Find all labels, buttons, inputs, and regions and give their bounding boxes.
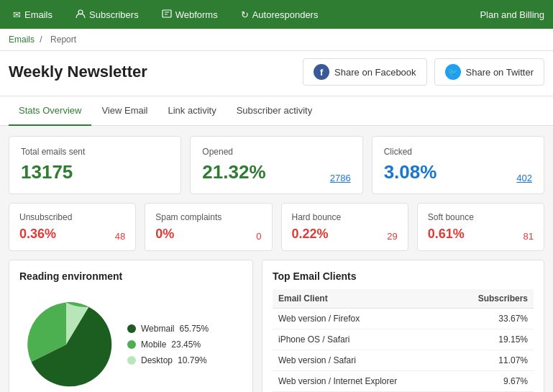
legend-mobile-label: Mobile <box>141 339 166 350</box>
share-facebook-button[interactable]: f Share on Facebook <box>303 58 426 86</box>
table-row: Web version / Safari 11.07% <box>273 350 534 371</box>
stat-unsubscribed: Unsubscribed 0.36% 48 <box>9 203 136 251</box>
subscriber-icon <box>76 9 86 21</box>
nav-subscribers[interactable]: Subscribers <box>71 6 143 24</box>
stat-total-emails-label: Total emails sent <box>21 147 169 157</box>
client-subscribers: 19.15% <box>450 329 534 350</box>
twitter-icon: 🐦 <box>445 64 461 80</box>
autoresponders-icon: ↻ <box>241 9 249 20</box>
facebook-icon: f <box>314 64 329 80</box>
page-header: Weekly Newsletter f Share on Facebook 🐦 … <box>0 51 553 96</box>
legend-dot-mobile <box>127 340 136 349</box>
client-name: Web version / Safari <box>273 350 450 371</box>
stat-total-emails: Total emails sent 13175 <box>9 136 181 194</box>
legend-webmail-value: 65.75% <box>179 324 209 334</box>
breadcrumb-report: Report <box>50 35 76 45</box>
stat-spam-value: 0% <box>155 227 174 242</box>
stat-opened-label: Opened <box>202 147 350 157</box>
nav-autoresponders[interactable]: ↻ Autoresponders <box>237 6 323 23</box>
svg-rect-1 <box>163 10 171 17</box>
client-subscribers: 11.07% <box>450 350 534 371</box>
reading-env-title: Reading environment <box>19 270 242 282</box>
table-row: Web version / Firefox 33.67% <box>273 309 534 329</box>
legend-desktop: Desktop 10.79% <box>127 355 209 365</box>
stat-hard-bounce-count: 29 <box>387 231 397 242</box>
stats-row-1: Total emails sent 13175 Opened 21.32% 27… <box>9 136 544 194</box>
tab-stats-overview[interactable]: Stats Overview <box>9 96 91 126</box>
tab-link-activity[interactable]: Link activity <box>157 96 226 126</box>
stat-spam: Spam complaints 0% 0 <box>145 203 272 251</box>
stat-clicked-value: 3.08% <box>384 161 437 183</box>
client-name: Web version / Firefox <box>273 309 450 329</box>
bottom-row: Reading environment Webmail 65 <box>9 260 544 392</box>
stat-total-emails-value: 13175 <box>21 161 169 183</box>
top-clients-title: Top Email Clients <box>273 270 534 282</box>
breadcrumb: Emails / Report <box>0 29 553 51</box>
table-row: iPhone OS / Safari 19.15% <box>273 329 534 350</box>
main-content: Total emails sent 13175 Opened 21.32% 27… <box>0 126 553 392</box>
stat-spam-label: Spam complaints <box>155 212 261 222</box>
nav-subscribers-label: Subscribers <box>89 9 139 20</box>
table-row: Web version / Internet Explorer 9.67% <box>273 371 534 392</box>
stat-soft-bounce-count: 81 <box>524 231 534 242</box>
legend-mobile-value: 23.45% <box>171 339 201 350</box>
nav-bar: ✉ Emails Subscribers Webforms ↻ Autoresp… <box>0 0 553 29</box>
stat-soft-bounce-label: Soft bounce <box>428 212 534 222</box>
stat-soft-bounce: Soft bounce 0.61% 81 <box>417 203 544 251</box>
stat-clicked: Clicked 3.08% 402 <box>372 136 544 194</box>
legend-webmail: Webmail 65.75% <box>127 324 209 334</box>
page-title: Weekly Newsletter <box>9 63 303 81</box>
share-facebook-label: Share on Facebook <box>334 67 416 78</box>
top-clients-card: Top Email Clients Email Client Subscribe… <box>262 260 544 392</box>
clients-col-subscribers: Subscribers <box>450 289 534 309</box>
stat-unsubscribed-label: Unsubscribed <box>19 212 125 222</box>
breadcrumb-separator: / <box>40 35 42 45</box>
client-subscribers: 33.67% <box>450 309 534 329</box>
stat-unsubscribed-count: 48 <box>115 231 125 242</box>
legend-webmail-label: Webmail <box>141 324 174 334</box>
legend-dot-webmail <box>127 324 136 333</box>
nav-webforms[interactable]: Webforms <box>157 6 222 24</box>
nav-emails-label: Emails <box>24 9 52 20</box>
tab-view-email[interactable]: View Email <box>91 96 157 126</box>
stat-hard-bounce-value: 0.22% <box>292 227 329 242</box>
nav-billing[interactable]: Plan and Billing <box>480 9 544 20</box>
tab-subscriber-activity[interactable]: Subscriber activity <box>227 96 322 126</box>
share-twitter-button[interactable]: 🐦 Share on Twitter <box>434 58 544 86</box>
nav-webforms-label: Webforms <box>175 9 218 20</box>
stat-hard-bounce: Hard bounce 0.22% 29 <box>281 203 408 251</box>
reading-environment-card: Reading environment Webmail 65 <box>9 260 253 392</box>
client-name: Web version / Internet Explorer <box>273 371 450 392</box>
share-buttons: f Share on Facebook 🐦 Share on Twitter <box>303 58 544 86</box>
client-name: iPhone OS / Safari <box>273 329 450 350</box>
share-twitter-label: Share on Twitter <box>466 67 534 78</box>
pie-chart <box>19 298 113 391</box>
stat-opened-count[interactable]: 2786 <box>330 173 351 183</box>
stat-soft-bounce-value: 0.61% <box>428 227 465 242</box>
legend-desktop-value: 10.79% <box>178 355 207 365</box>
stat-spam-count: 0 <box>256 231 261 242</box>
pie-legend: Webmail 65.75% Mobile 23.45% Desktop 10.… <box>127 324 209 365</box>
stat-hard-bounce-label: Hard bounce <box>292 212 398 222</box>
webforms-icon <box>162 9 172 21</box>
stat-unsubscribed-value: 0.36% <box>19 227 56 242</box>
stat-clicked-count[interactable]: 402 <box>516 173 532 183</box>
email-icon: ✉ <box>13 9 21 20</box>
pie-area: Webmail 65.75% Mobile 23.45% Desktop 10.… <box>19 291 242 392</box>
stat-opened: Opened 21.32% 2786 <box>190 136 362 194</box>
legend-desktop-label: Desktop <box>141 355 173 365</box>
clients-col-client: Email Client <box>273 289 450 309</box>
tab-bar: Stats Overview View Email Link activity … <box>0 96 553 126</box>
nav-autoresponders-label: Autoresponders <box>252 9 319 20</box>
clients-table: Email Client Subscribers Web version / F… <box>273 289 534 392</box>
client-subscribers: 9.67% <box>450 371 534 392</box>
stats-row-2: Unsubscribed 0.36% 48 Spam complaints 0%… <box>9 203 544 251</box>
legend-dot-desktop <box>127 356 136 365</box>
legend-mobile: Mobile 23.45% <box>127 339 209 350</box>
stat-clicked-label: Clicked <box>384 147 532 157</box>
nav-emails[interactable]: ✉ Emails <box>9 6 57 23</box>
stat-opened-value: 21.32% <box>202 161 265 183</box>
breadcrumb-emails[interactable]: Emails <box>9 35 35 45</box>
